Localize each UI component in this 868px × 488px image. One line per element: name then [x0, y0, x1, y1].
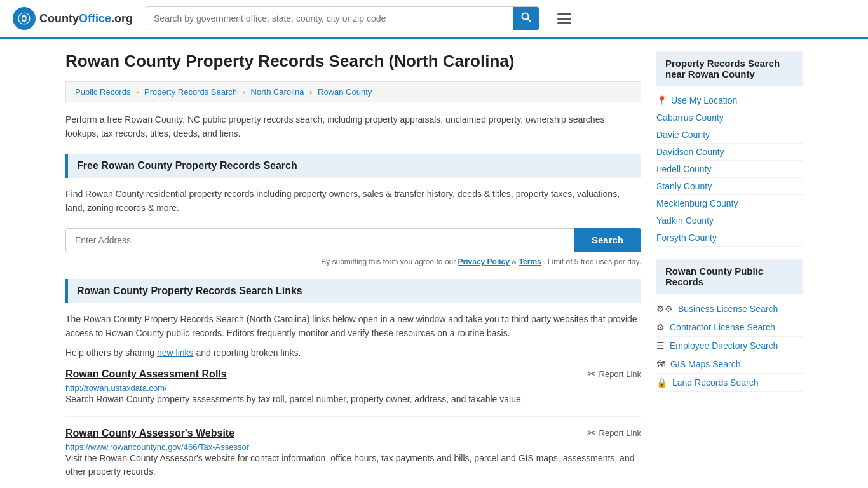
public-records-link-item[interactable]: 🗺GIS Maps Search	[656, 355, 803, 374]
report-link-button[interactable]: ✂ Report Link	[587, 427, 641, 439]
public-records-link-item[interactable]: 🔒Land Records Search	[656, 374, 803, 392]
record-title: Rowan County Assessor's Website	[65, 428, 234, 439]
nearby-county-item[interactable]: Davidson County	[656, 144, 803, 161]
use-location-link[interactable]: Use My Location	[671, 95, 737, 105]
nearby-counties-list: 📍 Use My Location Cabarrus CountyDavie C…	[656, 92, 803, 247]
employee-directory-icon: ☰	[656, 341, 665, 351]
business-license-icon: ⚙⚙	[656, 304, 673, 314]
breadcrumb-sep-1: ›	[136, 87, 139, 97]
nearby-county-link[interactable]: Yadkin County	[656, 215, 714, 226]
links-section-header: Rowan County Property Records Search Lin…	[65, 279, 641, 303]
new-links-anchor[interactable]: new links	[157, 348, 194, 358]
public-records-section-header: Rowan County Public Records	[656, 259, 803, 294]
logo-icon	[13, 7, 36, 30]
use-location-item[interactable]: 📍 Use My Location	[656, 92, 803, 109]
public-records-link-item[interactable]: ⚙⚙Business License Search	[656, 300, 803, 318]
new-links-text: Help others by sharing	[65, 348, 154, 358]
nearby-county-item[interactable]: Davie County	[656, 126, 803, 144]
public-records-link[interactable]: Employee Directory Search	[670, 341, 778, 351]
public-records-link-item[interactable]: ☰Employee Directory Search	[656, 337, 803, 355]
report-label: Report Link	[599, 428, 641, 438]
nearby-county-link[interactable]: Cabarrus County	[656, 112, 724, 123]
global-search-bar	[146, 6, 539, 30]
nearby-county-item[interactable]: Cabarrus County	[656, 109, 803, 126]
record-item: Rowan County Assessment Rolls✂ Report Li…	[65, 368, 641, 417]
global-search-button[interactable]	[513, 7, 539, 30]
svg-point-0	[18, 12, 31, 25]
record-description: Visit the Rowan County Assessor's websit…	[65, 452, 641, 478]
privacy-policy-link[interactable]: Privacy Policy	[458, 257, 510, 266]
breadcrumb-sep-3: ›	[309, 87, 312, 97]
public-records-link[interactable]: Land Records Search	[672, 377, 758, 388]
public-records-link-item[interactable]: ⚙Contractor License Search	[656, 318, 803, 337]
public-records-link[interactable]: Contractor License Search	[670, 322, 775, 332]
disclaimer-ampersand: &	[512, 257, 519, 266]
breadcrumb-property-records-search[interactable]: Property Records Search	[144, 87, 237, 97]
main-wrapper: Rowan County Property Records Search (No…	[53, 39, 815, 488]
page-description: Perform a free Rowan County, NC public p…	[65, 112, 641, 141]
disclaimer-text: By submitting this form you agree to our	[321, 257, 456, 266]
disclaimer-suffix: . Limit of 5 free uses per day.	[543, 257, 641, 266]
nearby-county-link[interactable]: Stanly County	[656, 181, 712, 191]
global-search-input[interactable]	[146, 8, 513, 29]
form-disclaimer: By submitting this form you agree to our…	[65, 257, 641, 266]
gis-maps-icon: 🗺	[656, 359, 665, 369]
sidebar: Property Records Search near Rowan Count…	[656, 51, 803, 488]
address-input[interactable]	[65, 228, 574, 252]
public-records-link[interactable]: Business License Search	[678, 304, 778, 314]
links-description: The Rowan County Property Records Search…	[65, 312, 641, 341]
logo-text: CountyOffice.org	[39, 12, 133, 25]
report-link-button[interactable]: ✂ Report Link	[587, 368, 641, 380]
new-links-line: Help others by sharing new links and rep…	[65, 348, 641, 358]
location-pin-icon: 📍	[656, 95, 667, 105]
breadcrumb: Public Records › Property Records Search…	[65, 81, 641, 102]
breadcrumb-public-records[interactable]: Public Records	[75, 87, 130, 97]
record-title-link[interactable]: Rowan County Assessor's Website	[65, 428, 234, 438]
record-url-link[interactable]: https://www.rowancountync.gov/466/Tax-As…	[65, 442, 249, 452]
search-form-row: Search	[65, 228, 641, 252]
site-header: CountyOffice.org	[0, 0, 868, 39]
breadcrumb-rowan-county[interactable]: Rowan County	[318, 87, 372, 97]
hamburger-menu-button[interactable]	[552, 11, 576, 27]
record-item: Rowan County Assessor's Website✂ Report …	[65, 427, 641, 488]
record-item-header: Rowan County Assessor's Website✂ Report …	[65, 427, 641, 439]
nearby-county-item[interactable]: Mecklenburg County	[656, 195, 803, 212]
nearby-county-link[interactable]: Mecklenburg County	[656, 198, 738, 208]
record-items-container: Rowan County Assessment Rolls✂ Report Li…	[65, 368, 641, 488]
new-links-suffix2: and reporting broken links.	[196, 348, 301, 358]
breadcrumb-north-carolina[interactable]: North Carolina	[251, 87, 304, 97]
free-search-description: Find Rowan County residential property r…	[65, 187, 641, 215]
nearby-county-link[interactable]: Forsyth County	[656, 233, 717, 243]
report-label: Report Link	[599, 369, 641, 379]
nearby-county-link[interactable]: Davidson County	[656, 147, 724, 157]
contractor-license-icon: ⚙	[656, 322, 665, 332]
content-area: Rowan County Property Records Search (No…	[65, 51, 641, 488]
record-description: Search Rowan County property assessments…	[65, 393, 641, 406]
record-title-link[interactable]: Rowan County Assessment Rolls	[65, 369, 227, 379]
svg-line-4	[528, 19, 531, 22]
record-title: Rowan County Assessment Rolls	[65, 369, 227, 380]
nearby-county-link[interactable]: Iredell County	[656, 164, 711, 174]
logo-link[interactable]: CountyOffice.org	[13, 7, 133, 30]
nearby-county-link[interactable]: Davie County	[656, 130, 710, 140]
svg-point-3	[522, 13, 529, 20]
nearby-section-header: Property Records Search near Rowan Count…	[656, 51, 803, 86]
report-icon: ✂	[587, 427, 595, 439]
report-icon: ✂	[587, 368, 595, 380]
nearby-county-item[interactable]: Forsyth County	[656, 229, 803, 247]
nearby-county-item[interactable]: Iredell County	[656, 161, 803, 178]
terms-link[interactable]: Terms	[519, 257, 541, 266]
land-records-icon: 🔒	[656, 377, 667, 388]
record-item-header: Rowan County Assessment Rolls✂ Report Li…	[65, 368, 641, 380]
public-records-links-list: ⚙⚙Business License Search⚙Contractor Lic…	[656, 300, 803, 392]
nearby-county-item[interactable]: Yadkin County	[656, 212, 803, 229]
breadcrumb-sep-2: ›	[243, 87, 245, 97]
property-search-form: Search By submitting this form you agree…	[65, 228, 641, 266]
search-button[interactable]: Search	[574, 228, 641, 252]
public-records-link[interactable]: GIS Maps Search	[670, 359, 741, 369]
free-search-section-header: Free Rowan County Property Records Searc…	[65, 154, 641, 178]
record-url-link[interactable]: http://rowan.ustaxdata.com/	[65, 383, 167, 393]
page-title: Rowan County Property Records Search (No…	[65, 51, 641, 71]
nearby-county-item[interactable]: Stanly County	[656, 178, 803, 195]
